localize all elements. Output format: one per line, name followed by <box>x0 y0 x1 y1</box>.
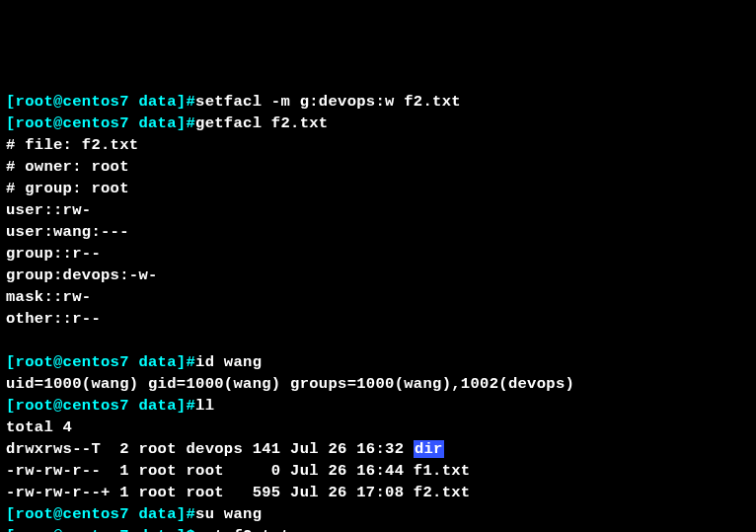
terminal-segment: group:devops:-w- <box>6 266 158 284</box>
terminal-segment: [wang@centos7 data]$ <box>6 527 195 532</box>
terminal-line: [root@centos7 data]#getfacl f2.txt <box>6 113 750 134</box>
terminal-segment: drwxrws--T 2 root devops 141 Jul 26 16:3… <box>6 440 414 458</box>
terminal-segment: # owner: root <box>6 158 129 176</box>
terminal-line: mask::rw- <box>6 286 750 308</box>
terminal-segment: su wang <box>195 505 262 523</box>
terminal-segment: user:wang:--- <box>6 223 129 241</box>
terminal-line: [root@centos7 data]#su wang <box>6 503 750 525</box>
terminal-segment: cat f2.txt <box>195 527 290 532</box>
terminal-line: user::rw- <box>6 199 750 221</box>
terminal-line: [wang@centos7 data]$cat f2.txt <box>6 525 750 532</box>
terminal-segment: total 4 <box>6 418 72 436</box>
terminal-segment: uid=1000(wang) gid=1000(wang) groups=100… <box>6 375 574 393</box>
terminal-line: other::r-- <box>6 308 750 330</box>
terminal-segment: group::r-- <box>6 245 101 263</box>
terminal-segment: [root@centos7 data]# <box>6 93 195 111</box>
terminal-segment: -rw-rw-r-- 1 root root 0 Jul 26 16:44 f1… <box>6 462 470 480</box>
terminal-segment: user::rw- <box>6 201 91 219</box>
terminal-segment: dir <box>414 440 444 458</box>
terminal-line: [root@centos7 data]#setfacl -m g:devops:… <box>6 91 750 113</box>
terminal-segment: # file: f2.txt <box>6 136 138 154</box>
terminal-line: [root@centos7 data]#id wang <box>6 351 750 373</box>
terminal-line: # group: root <box>6 178 750 199</box>
terminal-segment: [root@centos7 data]# <box>6 397 195 415</box>
terminal-segment: -rw-rw-r--+ 1 root root 595 Jul 26 17:08… <box>6 484 470 501</box>
terminal-output: [root@centos7 data]#setfacl -m g:devops:… <box>6 91 750 532</box>
terminal-segment: [root@centos7 data]# <box>6 505 195 523</box>
terminal-line: group:devops:-w- <box>6 265 750 286</box>
terminal-line: # owner: root <box>6 156 750 178</box>
terminal-segment: getfacl f2.txt <box>195 114 328 132</box>
terminal-segment: [root@centos7 data]# <box>6 114 195 132</box>
terminal-line: -rw-rw-r-- 1 root root 0 Jul 26 16:44 f1… <box>6 460 750 482</box>
terminal-segment: other::r-- <box>6 310 101 328</box>
terminal-segment: [root@centos7 data]# <box>6 353 195 371</box>
terminal-segment: setfacl -m g:devops:w f2.txt <box>195 93 461 111</box>
terminal-line: user:wang:--- <box>6 221 750 243</box>
terminal-line <box>6 330 750 351</box>
terminal-line: group::r-- <box>6 243 750 265</box>
terminal-segment: mask::rw- <box>6 288 91 306</box>
terminal-line: # file: f2.txt <box>6 134 750 156</box>
terminal-segment: id wang <box>195 353 262 371</box>
terminal-line: [root@centos7 data]#ll <box>6 395 750 417</box>
terminal-line: uid=1000(wang) gid=1000(wang) groups=100… <box>6 373 750 395</box>
terminal-line: drwxrws--T 2 root devops 141 Jul 26 16:3… <box>6 438 750 460</box>
terminal-segment <box>6 332 16 349</box>
terminal-segment: ll <box>195 397 214 415</box>
terminal-line: -rw-rw-r--+ 1 root root 595 Jul 26 17:08… <box>6 482 750 503</box>
terminal-segment: # group: root <box>6 180 129 197</box>
terminal-line: total 4 <box>6 417 750 438</box>
